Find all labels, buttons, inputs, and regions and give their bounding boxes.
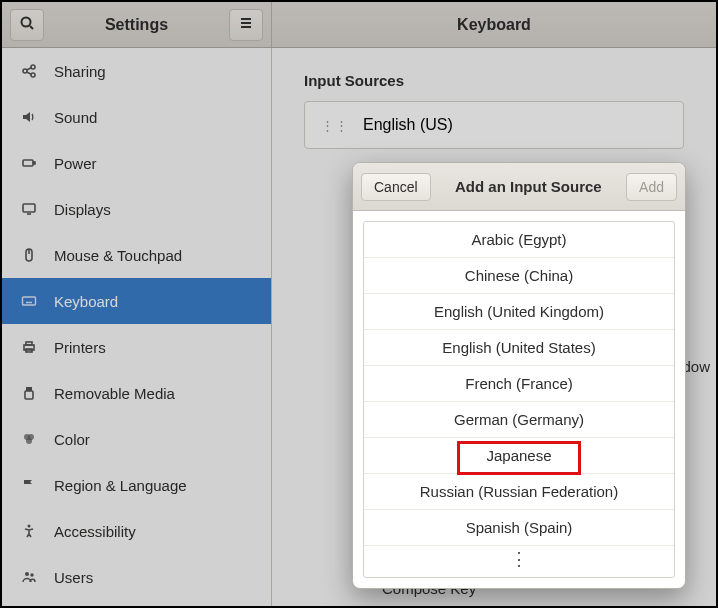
more-languages-button[interactable]: ⋮ bbox=[364, 546, 674, 577]
add-button[interactable]: Add bbox=[626, 173, 677, 201]
language-option-russian[interactable]: Russian (Russian Federation) bbox=[364, 474, 674, 510]
language-option-arabic[interactable]: Arabic (Egypt) bbox=[364, 222, 674, 258]
language-option-german[interactable]: German (Germany) bbox=[364, 402, 674, 438]
language-option-english-us[interactable]: English (United States) bbox=[364, 330, 674, 366]
language-option-english-uk[interactable]: English (United Kingdom) bbox=[364, 294, 674, 330]
dialog-header: Cancel Add an Input Source Add bbox=[353, 163, 685, 211]
cancel-button[interactable]: Cancel bbox=[361, 173, 431, 201]
dialog-body: Arabic (Egypt) Chinese (China) English (… bbox=[353, 211, 685, 588]
language-option-french[interactable]: French (France) bbox=[364, 366, 674, 402]
add-input-source-dialog: Cancel Add an Input Source Add Arabic (E… bbox=[352, 162, 686, 589]
language-option-japanese[interactable]: Japanese bbox=[364, 438, 674, 474]
language-list: Arabic (Egypt) Chinese (China) English (… bbox=[363, 221, 675, 578]
language-option-chinese[interactable]: Chinese (China) bbox=[364, 258, 674, 294]
dialog-title: Add an Input Source bbox=[455, 178, 602, 195]
language-option-spanish[interactable]: Spanish (Spain) bbox=[364, 510, 674, 546]
